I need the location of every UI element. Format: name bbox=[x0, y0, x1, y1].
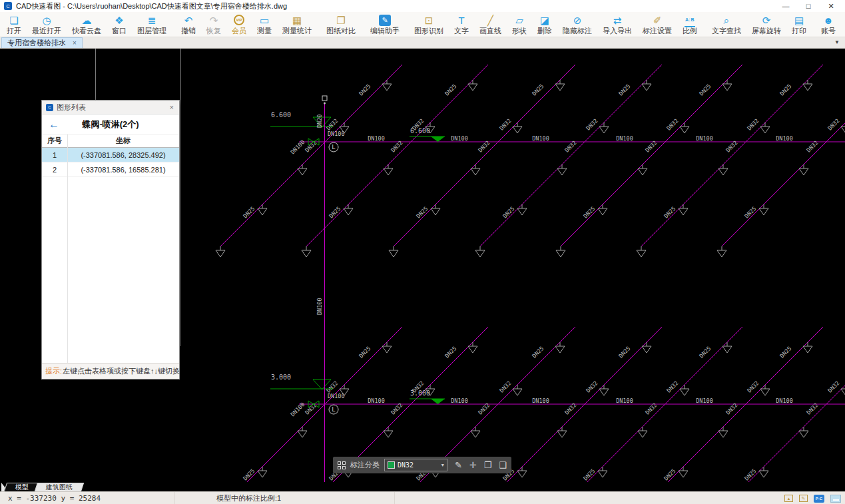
recent-open-button[interactable]: ◷最近打开 bbox=[27, 12, 67, 37]
edit-export-icon[interactable]: ✎ bbox=[799, 495, 808, 502]
drawing-compare-button[interactable]: ❐图纸对比 bbox=[321, 12, 361, 37]
sprinkler-icon bbox=[556, 246, 565, 257]
annotation-classify-label: 标注分类 bbox=[350, 460, 380, 470]
redo-button[interactable]: ↷恢复 bbox=[201, 12, 226, 37]
sprinkler-icon bbox=[557, 164, 567, 175]
screen-rotate-button[interactable]: ⟳屏幕旋转 bbox=[746, 12, 786, 37]
undo-button[interactable]: ↶撤销 bbox=[176, 12, 201, 37]
title-bar: C CAD快速看图 - C:\Users\ruohan\Desktop\CAD快… bbox=[0, 0, 845, 12]
close-button[interactable]: ✕ bbox=[820, 0, 842, 12]
hide-annotations-button[interactable]: ⊘隐藏标注 bbox=[557, 12, 597, 37]
coordinate-table: 序号 坐标 1(-337081.586, 28325.492)2(-337081… bbox=[42, 134, 179, 363]
document-tab-close-icon[interactable]: × bbox=[73, 39, 77, 47]
move-annotation-icon[interactable]: ✛ bbox=[469, 461, 477, 469]
measure-button-label: 测量 bbox=[257, 27, 272, 35]
scale-button[interactable]: A:B比例 bbox=[677, 12, 703, 37]
layer-manager-button[interactable]: ≣图层管理 bbox=[132, 12, 172, 37]
open-button[interactable]: ❏打开 bbox=[1, 12, 27, 37]
sprinkler-icon bbox=[468, 342, 477, 353]
main-pipe-label: DN100 bbox=[532, 397, 549, 404]
redo-button-label: 恢复 bbox=[206, 27, 221, 35]
vip-member-icon: VIP bbox=[234, 14, 244, 27]
document-tab[interactable]: 专用宿舍楼给排水 × bbox=[1, 37, 83, 48]
table-row[interactable]: 1(-337081.586, 28325.492) bbox=[42, 148, 179, 162]
branch-label: DN32 bbox=[563, 139, 578, 154]
grid-icon[interactable] bbox=[338, 461, 346, 469]
shape-icon: ▱ bbox=[515, 14, 523, 27]
main-toolbar: ❏打开◷最近打开☁快看云盘❖窗口≣图层管理↶撤销↷恢复VIP会员▭测量▦测量统计… bbox=[0, 12, 845, 37]
branch-group: DN25DN32DN32DN25 bbox=[637, 65, 823, 257]
sprinkler-icon bbox=[722, 342, 732, 353]
sprinkler-icon bbox=[717, 246, 726, 257]
row-coordinate: (-337081.586, 28325.492) bbox=[67, 151, 179, 159]
back-arrow-icon[interactable]: ← bbox=[49, 119, 59, 130]
cloud-drive-button[interactable]: ☁快看云盘 bbox=[67, 12, 107, 37]
elevation-label: 3.000 bbox=[271, 374, 291, 381]
import-export-button[interactable]: ⇄导入导出 bbox=[597, 12, 637, 37]
print-icon: ▤ bbox=[794, 14, 804, 27]
sprinkler-icon bbox=[216, 246, 225, 257]
sprinkler-icon bbox=[557, 427, 567, 437]
layer-manager-icon: ≣ bbox=[148, 14, 156, 27]
sprinkler-icon bbox=[258, 204, 267, 215]
sprinkler-icon bbox=[760, 123, 770, 133]
branch-label: DN32 bbox=[805, 139, 820, 154]
window-title: CAD快速看图 - C:\Users\ruohan\Desktop\CAD快速看… bbox=[16, 1, 287, 11]
sprinkler-icon bbox=[384, 164, 393, 175]
text-search-icon: ⌕ bbox=[724, 14, 729, 27]
window-button[interactable]: ❖窗口 bbox=[107, 12, 132, 37]
shape-button[interactable]: ▱形状 bbox=[507, 12, 532, 37]
tab-list-caret-icon[interactable]: ▼ bbox=[834, 39, 840, 45]
shape-group-heading: 蝶阀-喷淋(2个) bbox=[42, 119, 179, 130]
elevation-label: 6.600 bbox=[410, 127, 430, 134]
export-image-icon[interactable]: ▴ bbox=[784, 495, 793, 502]
main-pipe-label: DN100 bbox=[696, 135, 713, 142]
minimize-button[interactable]: — bbox=[774, 0, 797, 12]
shape-panel-close-icon[interactable]: × bbox=[168, 103, 175, 111]
delete-button[interactable]: ◪删除 bbox=[532, 12, 557, 37]
open-button-label: 打开 bbox=[7, 27, 21, 35]
vip-member-button[interactable]: VIP会员 bbox=[226, 12, 252, 37]
branch-end-label: DN25 bbox=[698, 83, 712, 97]
column-header-seq: 序号 bbox=[42, 136, 67, 146]
cad-viewport[interactable]: DN100DN100DN100DN100DN100DN100DN25DN32DN… bbox=[0, 49, 845, 482]
branch-label: DN32 bbox=[304, 401, 318, 416]
table-row[interactable]: 2(-337081.586, 16585.281) bbox=[42, 162, 179, 177]
text-search-button[interactable]: ⌕文字查找 bbox=[706, 12, 746, 37]
branch-end-label: DN25 bbox=[778, 345, 793, 360]
panel-toggle-icon[interactable] bbox=[830, 495, 841, 503]
branch-line bbox=[220, 65, 402, 246]
drawing-compare-icon: ❐ bbox=[336, 14, 345, 27]
sprinkler-icon bbox=[599, 123, 609, 133]
hide-annotations-icon: ⊘ bbox=[573, 14, 582, 27]
sheet-tab-layout[interactable]: 建筑图纸 bbox=[35, 483, 84, 491]
delete-icon: ◪ bbox=[540, 14, 549, 27]
shape-recognition-button[interactable]: ⊡图形识别 bbox=[409, 12, 449, 37]
copy-annotation-icon[interactable]: ❐ bbox=[484, 461, 492, 469]
edit-assistant-button[interactable]: ✎编辑助手 bbox=[365, 12, 405, 37]
pc-sync-icon[interactable]: P-C bbox=[814, 495, 824, 503]
draw-line-button[interactable]: ╱画直线 bbox=[474, 12, 507, 37]
duplicate-annotation-icon[interactable]: ❑ bbox=[499, 461, 507, 469]
edit-annotation-icon[interactable]: ✎ bbox=[455, 461, 462, 469]
annotation-settings-icon: ✐ bbox=[653, 14, 662, 27]
annotation-settings-button[interactable]: ✐标注设置 bbox=[637, 12, 677, 37]
measure-stats-button[interactable]: ▦测量统计 bbox=[277, 12, 317, 37]
alarm-valve-icon: L bbox=[329, 142, 338, 152]
measure-button[interactable]: ▭测量 bbox=[252, 12, 277, 37]
account-button[interactable]: ☻账号 bbox=[816, 12, 841, 37]
layer-manager-button-label: 图层管理 bbox=[137, 27, 166, 35]
print-button[interactable]: ▤打印 bbox=[786, 12, 812, 37]
annotation-category-dropdown[interactable]: DN32 ▾ bbox=[384, 459, 447, 471]
sprinkler-icon bbox=[598, 204, 607, 215]
support-button[interactable]: ☊客服 bbox=[841, 12, 845, 37]
text-button[interactable]: T文字 bbox=[449, 12, 474, 37]
annotation-settings-button-label: 标注设置 bbox=[643, 27, 672, 35]
maximize-button[interactable]: □ bbox=[797, 0, 820, 12]
panel-logo-icon: C bbox=[46, 104, 53, 111]
floor-group: DN100DN100DN100DN100DN100DN100DN25DN32DN… bbox=[216, 65, 845, 257]
screen-rotate-button-label: 屏幕旋转 bbox=[752, 27, 781, 35]
annotation-classify-bar: 标注分类 DN32 ▾ ✎✛❐❑ bbox=[333, 457, 511, 473]
shape-panel-titlebar[interactable]: C 图形列表 × bbox=[42, 101, 179, 115]
vip-member-button-label: 会员 bbox=[232, 27, 246, 35]
